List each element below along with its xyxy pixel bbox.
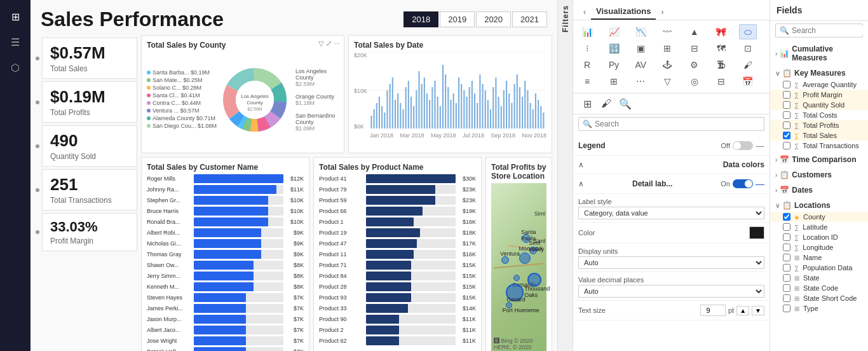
field-longitude[interactable]: ∑ Longitude — [770, 242, 868, 252]
field-population-data-check[interactable] — [783, 264, 790, 272]
format-analytics-icon[interactable]: 🔍 — [616, 96, 634, 111]
format-paint-icon[interactable]: 🖌 — [597, 96, 615, 111]
detail-labels-toggle-track[interactable] — [733, 179, 753, 188]
viz-funnel[interactable]: ▽ — [658, 74, 676, 89]
sidebar-icon-report[interactable]: ⊞ — [4, 5, 27, 28]
text-size-down[interactable]: ▼ — [752, 306, 764, 315]
display-units-select[interactable]: Auto — [578, 256, 764, 269]
text-size-up[interactable]: ▲ — [736, 306, 749, 315]
viz-treemap[interactable]: ⊡ — [739, 41, 757, 56]
format-fields-icon[interactable]: ⊞ — [578, 96, 596, 111]
viz-custom-1[interactable]: AV — [632, 57, 649, 72]
field-quantity-sold[interactable]: ∑ Quantity Sold — [770, 100, 868, 110]
field-population-data[interactable]: ∑ Population Data — [770, 263, 868, 273]
viz-scatter[interactable]: ⁝ — [578, 41, 596, 56]
value-decimal-select[interactable]: Auto — [578, 285, 764, 298]
field-total-profits-check[interactable] — [783, 121, 790, 129]
viz-area-chart[interactable]: ▲ — [686, 24, 703, 39]
field-name[interactable]: ⊞ Name — [770, 252, 868, 263]
field-longitude-check[interactable] — [783, 244, 790, 251]
sidebar-icon-model[interactable]: ⬡ — [4, 56, 27, 79]
year-btn-2018[interactable]: 2018 — [403, 11, 438, 27]
color-swatch[interactable] — [749, 226, 764, 239]
field-state-short-code-check[interactable] — [783, 294, 790, 302]
legend-toggle-track[interactable] — [733, 141, 753, 150]
year-btn-2019[interactable]: 2019 — [440, 11, 475, 27]
viz-bullet[interactable]: ⊟ — [712, 74, 730, 89]
field-latitude[interactable]: ∑ Latitude — [770, 222, 868, 232]
field-name-check[interactable] — [783, 254, 790, 261]
field-location-id-check[interactable] — [783, 233, 790, 241]
field-total-transactions-check[interactable] — [783, 142, 790, 149]
field-total-costs[interactable]: ∑ Total Costs — [770, 110, 868, 120]
viz-line-chart[interactable]: 〰 — [658, 24, 676, 39]
field-state-code[interactable]: ⊞ State Code — [770, 283, 868, 293]
viz-matrix[interactable]: ⊟ — [686, 41, 703, 56]
field-total-profits[interactable]: ∑ Total Profits — [770, 120, 868, 130]
field-state[interactable]: ⊞ State — [770, 273, 868, 283]
viz-clustered-bar[interactable]: 📉 — [632, 24, 649, 39]
viz-gauge[interactable]: ◎ — [686, 74, 703, 89]
field-quantity-sold-check[interactable] — [783, 101, 790, 109]
panel-nav-left[interactable]: ‹ — [578, 6, 591, 18]
field-county[interactable]: ◈ County — [770, 212, 868, 222]
field-average-quantity[interactable]: ∑ Average Quantity — [770, 79, 868, 90]
viz-dots[interactable]: ⋯ — [632, 74, 649, 89]
field-profit-margin-check[interactable] — [783, 91, 790, 99]
viz-custom-4[interactable]: 🗜 — [712, 57, 730, 72]
year-btn-2020[interactable]: 2020 — [476, 11, 511, 27]
panel-nav-right[interactable]: › — [656, 6, 668, 18]
viz-custom-2[interactable]: 🕹 — [658, 57, 676, 72]
viz-stacked-bar[interactable]: 📈 — [605, 24, 623, 39]
more-icon[interactable]: ··· — [334, 39, 340, 48]
detail-labels-header[interactable]: ∧ Detail lab... On — — [578, 177, 764, 191]
format-search-input[interactable] — [595, 120, 760, 128]
field-total-sales-check[interactable] — [783, 132, 790, 139]
viz-grid[interactable]: ⊞ — [605, 74, 623, 89]
group-time-comparison-header[interactable]: › 📅 Time Comparison — [770, 153, 868, 166]
group-key-measures-header[interactable]: ∨ 📋 Key Measures — [770, 67, 868, 79]
viz-custom-3[interactable]: ⚙ — [686, 57, 703, 72]
group-dates-header[interactable]: › 📅 Dates — [770, 184, 868, 196]
fields-search-input[interactable] — [792, 26, 868, 35]
group-cumulative-measures-header[interactable]: › 📊 Cumulative Measures — [770, 43, 868, 64]
field-total-transactions[interactable]: ∑ Total Transactions — [770, 141, 868, 151]
legend-toggle[interactable]: Off — — [721, 141, 764, 151]
field-latitude-check[interactable] — [783, 223, 790, 231]
field-location-id[interactable]: ∑ Location ID — [770, 232, 868, 242]
data-colors-header[interactable]: ∧ Data colors — [578, 158, 764, 171]
viz-pie-chart[interactable]: ⬭ — [739, 24, 757, 39]
text-size-input[interactable] — [700, 305, 726, 316]
field-profit-margin[interactable]: ∑ Profit Margin — [770, 90, 868, 100]
viz-calendar[interactable]: 📅 — [739, 74, 757, 89]
field-type[interactable]: ⊞ Type — [770, 303, 868, 313]
year-btn-2021[interactable]: 2021 — [512, 11, 547, 27]
legend-header[interactable]: Legend Off — — [578, 139, 764, 153]
field-county-check[interactable] — [783, 213, 790, 221]
field-total-costs-check[interactable] — [783, 111, 790, 119]
viz-bar-chart[interactable]: 📊 — [578, 24, 596, 39]
filter-icon[interactable]: ▽ — [318, 39, 323, 48]
detail-labels-toggle[interactable]: On — — [721, 179, 764, 189]
viz-ribbon-chart[interactable]: 🎀 — [712, 24, 730, 39]
field-total-sales[interactable]: ∑ Total Sales — [770, 130, 868, 141]
focus-icon[interactable]: ⤢ — [326, 39, 332, 48]
viz-table[interactable]: ⊞ — [658, 41, 676, 56]
viz-map[interactable]: 🗺 — [712, 41, 730, 56]
viz-slicer[interactable]: ≡ — [578, 74, 596, 89]
filters-label[interactable]: Filters — [561, 5, 570, 32]
label-style-select[interactable]: Category, data value — [578, 207, 764, 219]
viz-card[interactable]: ▣ — [632, 41, 649, 56]
sidebar-icon-data[interactable]: ☰ — [4, 31, 27, 53]
viz-paint-brush[interactable]: 🖌 — [739, 57, 757, 72]
field-state-code-check[interactable] — [783, 284, 790, 292]
field-state-short-code[interactable]: ⊞ State Short Code — [770, 293, 868, 303]
field-state-check[interactable] — [783, 274, 790, 282]
group-locations-header[interactable]: ∨ 📋 Locations — [770, 199, 868, 212]
viz-kpi[interactable]: 🔢 — [605, 41, 623, 56]
tab-visualizations[interactable]: Visualizations — [591, 4, 656, 20]
viz-r-script[interactable]: R — [578, 57, 596, 72]
group-customers-header[interactable]: › 📋 Customers — [770, 169, 868, 181]
field-average-quantity-check[interactable] — [783, 81, 790, 88]
viz-python[interactable]: Py — [605, 57, 623, 72]
